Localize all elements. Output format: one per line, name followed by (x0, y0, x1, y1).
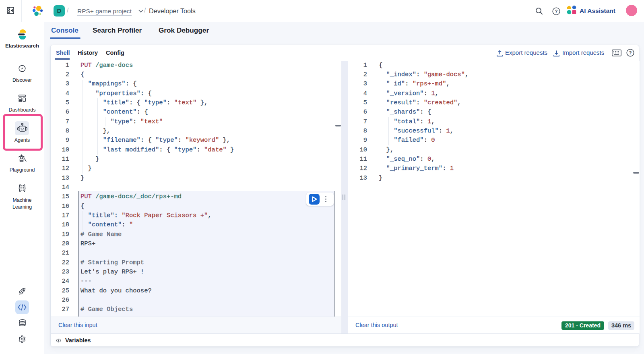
svg-text:?: ? (629, 50, 632, 55)
svg-text:?: ? (555, 9, 557, 14)
